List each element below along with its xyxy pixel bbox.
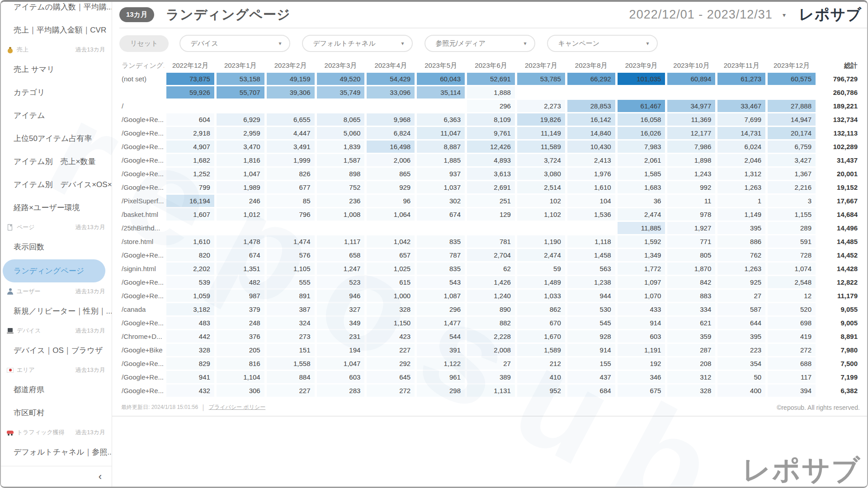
heatmap-cell: 354 (717, 357, 765, 370)
reset-button[interactable]: リセット (119, 35, 169, 52)
sidebar-item[interactable]: アイテム別 デバイス×OS×... (1, 173, 112, 196)
column-header-month: 2023年9月 (618, 60, 665, 71)
sidebar-item[interactable]: デフォルトチャネル｜参照... (1, 441, 112, 464)
row-total: 132,734 (818, 113, 859, 126)
filter-dropdown-default-channel[interactable]: デフォルトチャネル▾ (302, 35, 413, 52)
chevron-down-icon: ▾ (401, 40, 404, 47)
heatmap-cell: 306 (217, 385, 264, 397)
heatmap-cell: 5,060 (317, 127, 365, 139)
heatmap-cell: 1,589 (517, 344, 565, 356)
heatmap-cell: 796 (267, 208, 315, 221)
row-label: /Google+Re... (121, 276, 164, 288)
sidebar-item[interactable]: 経路×ユーザー環境 (1, 196, 112, 219)
heatmap-cell: 312 (667, 371, 715, 383)
heatmap-cell: 302 (417, 195, 465, 207)
heatmap-cell: 2,216 (768, 181, 816, 193)
row-total: 14,428 (818, 263, 859, 275)
report-table: ランディング...2022年12月2023年1月2023年2月2023年3月20… (118, 58, 862, 398)
sidebar-section-period: 過去13カ月 (75, 428, 105, 436)
sidebar-item[interactable]: アイテム別 売上×数量 (1, 150, 112, 173)
japan-flag-icon (7, 367, 14, 374)
sidebar-item[interactable]: 都道府県 (1, 378, 112, 401)
sidebar-item-active[interactable]: ランディングページ (3, 259, 105, 282)
row-label: / (121, 100, 164, 112)
filter-dropdown-campaign[interactable]: キャンペーン▾ (547, 35, 658, 52)
heatmap-cell: 2,228 (467, 330, 515, 343)
heatmap-cell: 6,824 (367, 127, 415, 139)
filter-dropdown-device[interactable]: デバイス▾ (179, 35, 290, 52)
heatmap-cell (217, 100, 264, 112)
heatmap-cell: 1,104 (217, 371, 264, 383)
heatmap-cell (166, 100, 214, 112)
sidebar-item[interactable]: カテゴリ (1, 81, 112, 104)
heatmap-cell: 1,149 (717, 208, 765, 221)
heatmap-cell: 1,074 (768, 263, 816, 275)
heatmap-cell: 1,000 (367, 290, 415, 302)
heatmap-cell: 1,592 (618, 235, 665, 248)
row-label: /Google+Re... (121, 371, 164, 383)
date-range-picker[interactable]: 2022/12/01 - 2023/12/31 ▾ (629, 8, 786, 22)
heatmap-cell: 1,607 (166, 208, 214, 221)
heatmap-cell: 799 (166, 181, 214, 193)
heatmap-cell: 9,761 (467, 127, 515, 139)
heatmap-cell: 1,477 (417, 317, 465, 329)
row-label: /Google+Re... (121, 317, 164, 329)
heatmap-cell: 674 (217, 249, 264, 261)
sidebar-menu: アイテムの購入数｜平均購...売上｜平均購入金額｜CVR売上過去13カ月売上 サ… (1, 0, 112, 466)
heatmap-cell: 283 (317, 385, 365, 397)
row-label: /Google+Re... (121, 154, 164, 166)
column-header-month: 2023年12月 (768, 60, 816, 71)
sidebar-item[interactable]: 表示回数 (1, 235, 112, 258)
table-row: /signin.html2,2021,3511,1051,2471,025835… (121, 263, 859, 275)
heatmap-cell: 1,610 (567, 181, 615, 193)
heatmap-cell: 1,478 (217, 235, 264, 248)
table-row: /PixelSuperf...16,1942468523696302251102… (121, 195, 859, 207)
collapse-sidebar-icon[interactable]: ‹ (99, 472, 102, 482)
heatmap-cell: 27,888 (768, 100, 816, 112)
privacy-policy-link[interactable]: プライバシー ポリシー (209, 404, 266, 411)
row-total: 7,500 (818, 357, 859, 370)
sidebar-item[interactable]: 上位50アイテム占有率 (1, 127, 112, 150)
heatmap-cell: 835 (417, 235, 465, 248)
heatmap-cell: 35,749 (317, 86, 365, 99)
sidebar-item[interactable]: アイテム (1, 104, 112, 127)
heatmap-cell: 882 (467, 317, 515, 329)
heatmap-cell: 227 (267, 385, 315, 397)
table-row: (not set)73,87553,15849,15949,52054,4296… (121, 73, 859, 85)
sidebar-item[interactable]: デバイス｜OS｜ブラウザ (1, 339, 112, 362)
table-row: /Google+Re...8206745766586577872,7042,47… (121, 249, 859, 261)
heatmap-cell: 1,155 (768, 208, 816, 221)
heatmap-cell: 11 (667, 195, 715, 207)
heatmap-cell: 944 (567, 290, 615, 302)
sidebar-item[interactable]: 売上｜平均購入金額｜CVR (1, 19, 112, 42)
last-updated: 最終更新日: 2024/1/18 15:01:56 (121, 404, 198, 411)
heatmap-cell: 12 (768, 290, 816, 302)
sidebar-item[interactable]: 新規／リピーター｜性別｜... (1, 300, 112, 323)
heatmap-cell: 117 (768, 371, 816, 383)
row-total: 796,729 (818, 73, 859, 85)
sidebar-section-label: エリア (17, 366, 35, 374)
row-total: 9,055 (818, 303, 859, 315)
heatmap-cell: 1,247 (317, 263, 365, 275)
heatmap-cell: 1,536 (567, 208, 615, 221)
heatmap-cell: 1,989 (217, 181, 264, 193)
heatmap-cell: 49,520 (317, 73, 365, 85)
heatmap-cell: 11,149 (517, 127, 565, 139)
heatmap-cell: 61,467 (618, 100, 665, 112)
device-icon (7, 328, 14, 334)
sidebar-item[interactable]: アイテムの購入数｜平均購... (1, 0, 112, 19)
heatmap-cell: 296 (417, 303, 465, 315)
heatmap-cell: 8,887 (417, 141, 465, 153)
heatmap-cell: 555 (267, 276, 315, 288)
heatmap-cell: 27 (717, 290, 765, 302)
page-icon (7, 224, 14, 231)
brand-logo: レポサブ (799, 5, 862, 25)
sidebar-item[interactable]: 売上 サマリ (1, 58, 112, 81)
heatmap-cell: 223 (717, 344, 765, 356)
filter-dropdown-label: キャンペーン (558, 39, 599, 48)
filter-dropdown-source-media[interactable]: 参照元/メディア▾ (425, 35, 535, 52)
sidebar-item[interactable]: 市区町村 (1, 401, 112, 424)
row-total: 6,382 (818, 385, 859, 397)
table-row: /Google+Re...9411,1048846036459613894104… (121, 371, 859, 383)
heatmap-cell: 1,033 (517, 290, 565, 302)
